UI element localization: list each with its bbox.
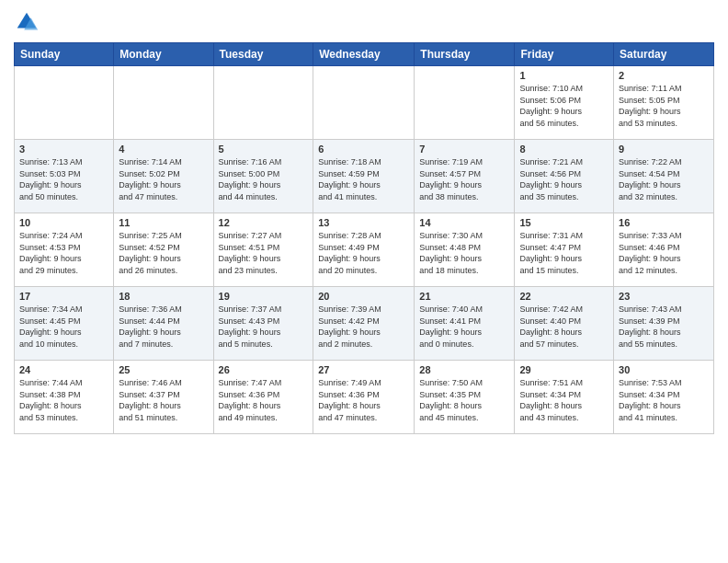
- day-info: Sunrise: 7:19 AM Sunset: 4:57 PM Dayligh…: [419, 156, 509, 202]
- calendar-cell: 19Sunrise: 7:37 AM Sunset: 4:43 PM Dayli…: [213, 287, 313, 361]
- day-info: Sunrise: 7:43 AM Sunset: 4:39 PM Dayligh…: [619, 304, 709, 350]
- day-number: 14: [419, 217, 509, 228]
- day-info: Sunrise: 7:25 AM Sunset: 4:52 PM Dayligh…: [119, 230, 208, 276]
- calendar-cell: 18Sunrise: 7:36 AM Sunset: 4:44 PM Dayli…: [114, 287, 213, 361]
- calendar-week-3: 17Sunrise: 7:34 AM Sunset: 4:45 PM Dayli…: [15, 287, 714, 361]
- calendar-cell: [213, 66, 313, 140]
- day-number: 24: [19, 364, 108, 375]
- day-info: Sunrise: 7:36 AM Sunset: 4:44 PM Dayligh…: [119, 304, 208, 350]
- day-number: 27: [318, 364, 409, 375]
- day-number: 1: [519, 70, 609, 81]
- calendar-header-monday: Monday: [114, 43, 213, 66]
- day-info: Sunrise: 7:27 AM Sunset: 4:51 PM Dayligh…: [219, 230, 309, 276]
- calendar-cell: [15, 66, 114, 140]
- calendar-cell: 7Sunrise: 7:19 AM Sunset: 4:57 PM Daylig…: [415, 140, 515, 213]
- day-number: 25: [119, 364, 208, 375]
- day-number: 30: [619, 364, 709, 375]
- day-info: Sunrise: 7:31 AM Sunset: 4:47 PM Dayligh…: [519, 230, 609, 276]
- day-number: 23: [619, 291, 709, 302]
- calendar-header-thursday: Thursday: [415, 43, 515, 66]
- calendar-cell: 28Sunrise: 7:50 AM Sunset: 4:35 PM Dayli…: [415, 361, 515, 434]
- day-info: Sunrise: 7:11 AM Sunset: 5:05 PM Dayligh…: [619, 83, 709, 129]
- day-info: Sunrise: 7:18 AM Sunset: 4:59 PM Dayligh…: [318, 156, 409, 202]
- calendar-cell: 10Sunrise: 7:24 AM Sunset: 4:53 PM Dayli…: [15, 213, 114, 287]
- calendar-cell: 16Sunrise: 7:33 AM Sunset: 4:46 PM Dayli…: [614, 213, 714, 287]
- calendar-cell: 29Sunrise: 7:51 AM Sunset: 4:34 PM Dayli…: [515, 361, 614, 434]
- day-number: 12: [219, 217, 309, 228]
- calendar-cell: 6Sunrise: 7:18 AM Sunset: 4:59 PM Daylig…: [313, 140, 415, 213]
- day-info: Sunrise: 7:28 AM Sunset: 4:49 PM Dayligh…: [318, 230, 409, 276]
- calendar-header-sunday: Sunday: [15, 43, 114, 66]
- day-info: Sunrise: 7:34 AM Sunset: 4:45 PM Dayligh…: [19, 304, 108, 350]
- day-info: Sunrise: 7:14 AM Sunset: 5:02 PM Dayligh…: [119, 156, 208, 202]
- day-info: Sunrise: 7:30 AM Sunset: 4:48 PM Dayligh…: [419, 230, 509, 276]
- calendar-cell: [114, 66, 213, 140]
- calendar-cell: 1Sunrise: 7:10 AM Sunset: 5:06 PM Daylig…: [515, 66, 614, 140]
- day-info: Sunrise: 7:33 AM Sunset: 4:46 PM Dayligh…: [619, 230, 709, 276]
- calendar-cell: 20Sunrise: 7:39 AM Sunset: 4:42 PM Dayli…: [313, 287, 415, 361]
- calendar-cell: 17Sunrise: 7:34 AM Sunset: 4:45 PM Dayli…: [15, 287, 114, 361]
- calendar-cell: 12Sunrise: 7:27 AM Sunset: 4:51 PM Dayli…: [213, 213, 313, 287]
- day-number: 7: [419, 144, 509, 155]
- day-number: 3: [19, 144, 108, 155]
- day-info: Sunrise: 7:40 AM Sunset: 4:41 PM Dayligh…: [419, 304, 509, 350]
- day-number: 2: [619, 70, 709, 81]
- day-info: Sunrise: 7:21 AM Sunset: 4:56 PM Dayligh…: [519, 156, 609, 202]
- day-info: Sunrise: 7:10 AM Sunset: 5:06 PM Dayligh…: [519, 83, 609, 129]
- calendar-cell: 13Sunrise: 7:28 AM Sunset: 4:49 PM Dayli…: [313, 213, 415, 287]
- day-number: 16: [619, 217, 709, 228]
- calendar-cell: 3Sunrise: 7:13 AM Sunset: 5:03 PM Daylig…: [15, 140, 114, 213]
- day-info: Sunrise: 7:51 AM Sunset: 4:34 PM Dayligh…: [519, 377, 609, 423]
- calendar-cell: 2Sunrise: 7:11 AM Sunset: 5:05 PM Daylig…: [614, 66, 714, 140]
- day-info: Sunrise: 7:37 AM Sunset: 4:43 PM Dayligh…: [219, 304, 309, 350]
- calendar-cell: 11Sunrise: 7:25 AM Sunset: 4:52 PM Dayli…: [114, 213, 213, 287]
- day-number: 4: [119, 144, 208, 155]
- calendar-cell: [415, 66, 515, 140]
- calendar-cell: 9Sunrise: 7:22 AM Sunset: 4:54 PM Daylig…: [614, 140, 714, 213]
- day-info: Sunrise: 7:13 AM Sunset: 5:03 PM Dayligh…: [19, 156, 108, 202]
- day-number: 29: [519, 364, 609, 375]
- calendar-cell: 24Sunrise: 7:44 AM Sunset: 4:38 PM Dayli…: [15, 361, 114, 434]
- calendar-week-4: 24Sunrise: 7:44 AM Sunset: 4:38 PM Dayli…: [15, 361, 714, 434]
- day-number: 9: [619, 144, 709, 155]
- calendar-cell: 25Sunrise: 7:46 AM Sunset: 4:37 PM Dayli…: [114, 361, 213, 434]
- calendar-cell: 30Sunrise: 7:53 AM Sunset: 4:34 PM Dayli…: [614, 361, 714, 434]
- day-number: 17: [19, 291, 108, 302]
- day-number: 21: [419, 291, 509, 302]
- logo-icon: [14, 9, 40, 35]
- day-number: 13: [318, 217, 409, 228]
- calendar-cell: 23Sunrise: 7:43 AM Sunset: 4:39 PM Dayli…: [614, 287, 714, 361]
- calendar-header-wednesday: Wednesday: [313, 43, 415, 66]
- day-number: 20: [318, 291, 409, 302]
- calendar-cell: 27Sunrise: 7:49 AM Sunset: 4:36 PM Dayli…: [313, 361, 415, 434]
- day-info: Sunrise: 7:42 AM Sunset: 4:40 PM Dayligh…: [519, 304, 609, 350]
- calendar-cell: 5Sunrise: 7:16 AM Sunset: 5:00 PM Daylig…: [213, 140, 313, 213]
- day-number: 26: [219, 364, 309, 375]
- logo: [14, 9, 43, 35]
- day-info: Sunrise: 7:44 AM Sunset: 4:38 PM Dayligh…: [19, 377, 108, 423]
- calendar-cell: 26Sunrise: 7:47 AM Sunset: 4:36 PM Dayli…: [213, 361, 313, 434]
- day-number: 5: [219, 144, 309, 155]
- day-info: Sunrise: 7:39 AM Sunset: 4:42 PM Dayligh…: [318, 304, 409, 350]
- day-info: Sunrise: 7:46 AM Sunset: 4:37 PM Dayligh…: [119, 377, 208, 423]
- header: [14, 9, 714, 35]
- day-info: Sunrise: 7:53 AM Sunset: 4:34 PM Dayligh…: [619, 377, 709, 423]
- day-info: Sunrise: 7:47 AM Sunset: 4:36 PM Dayligh…: [219, 377, 309, 423]
- calendar-header-saturday: Saturday: [614, 43, 714, 66]
- day-number: 19: [219, 291, 309, 302]
- day-info: Sunrise: 7:49 AM Sunset: 4:36 PM Dayligh…: [318, 377, 409, 423]
- calendar-cell: 22Sunrise: 7:42 AM Sunset: 4:40 PM Dayli…: [515, 287, 614, 361]
- calendar-header-tuesday: Tuesday: [213, 43, 313, 66]
- calendar-week-0: 1Sunrise: 7:10 AM Sunset: 5:06 PM Daylig…: [15, 66, 714, 140]
- day-info: Sunrise: 7:50 AM Sunset: 4:35 PM Dayligh…: [419, 377, 509, 423]
- calendar-table: SundayMondayTuesdayWednesdayThursdayFrid…: [14, 42, 714, 434]
- calendar-cell: 21Sunrise: 7:40 AM Sunset: 4:41 PM Dayli…: [415, 287, 515, 361]
- calendar-header-friday: Friday: [515, 43, 614, 66]
- day-number: 10: [19, 217, 108, 228]
- day-number: 8: [519, 144, 609, 155]
- day-number: 22: [519, 291, 609, 302]
- calendar-cell: 4Sunrise: 7:14 AM Sunset: 5:02 PM Daylig…: [114, 140, 213, 213]
- calendar-cell: 14Sunrise: 7:30 AM Sunset: 4:48 PM Dayli…: [415, 213, 515, 287]
- calendar-week-1: 3Sunrise: 7:13 AM Sunset: 5:03 PM Daylig…: [15, 140, 714, 213]
- day-info: Sunrise: 7:22 AM Sunset: 4:54 PM Dayligh…: [619, 156, 709, 202]
